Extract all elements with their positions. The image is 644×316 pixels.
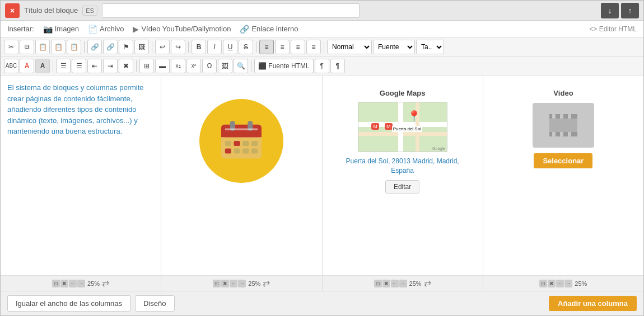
copy-btn[interactable]: ⧉ xyxy=(20,40,34,54)
separator-8 xyxy=(251,60,251,72)
video-placeholder xyxy=(533,103,594,148)
col4-percent: 25% xyxy=(575,280,587,287)
special-char-btn[interactable]: Ω xyxy=(202,59,217,73)
clear-format-btn[interactable]: ✖ xyxy=(119,59,133,73)
maps-address: Puerta del Sol, 28013 Madrid, Madrid, Es… xyxy=(336,157,469,176)
title-field-area: Título del bloque ES xyxy=(24,3,360,18)
design-button[interactable]: Diseño xyxy=(135,295,174,312)
unordered-list-btn[interactable]: ☰ xyxy=(56,59,71,73)
col4-icon-2[interactable]: ✖ xyxy=(548,280,556,287)
metro-icon-2: M xyxy=(385,123,393,130)
show-blocks-btn[interactable]: ¶ xyxy=(315,59,329,73)
col1-resize-handle[interactable]: ⇄ xyxy=(102,278,109,289)
calendar-circle xyxy=(199,99,283,183)
col4-icon-1[interactable]: ⊡ xyxy=(539,280,547,287)
unlink-btn[interactable]: 🔗 xyxy=(103,40,118,54)
find-btn[interactable]: 🔍 xyxy=(234,59,248,73)
hr-btn[interactable]: ▬ xyxy=(155,59,170,73)
col2-footer: ⊡ ✖ ← → 25% ⇄ xyxy=(161,275,321,291)
cut-btn[interactable]: ✂ xyxy=(4,40,18,54)
add-column-button[interactable]: Añadir una columna xyxy=(549,296,637,311)
select-video-button[interactable]: Seleccionar xyxy=(534,153,592,168)
col2-icon-1[interactable]: ⊡ xyxy=(213,280,221,287)
col2-content xyxy=(161,76,321,275)
superscript-btn[interactable]: x² xyxy=(186,59,201,73)
maps-image: 📍 M M Puerta del Sol Google xyxy=(358,102,447,152)
separator-7 xyxy=(136,60,137,72)
col3-icon-4[interactable]: → xyxy=(399,280,407,287)
image-btn[interactable]: 🖼 xyxy=(134,40,149,54)
strikethrough-btn[interactable]: S xyxy=(239,40,253,54)
subscript-btn[interactable]: x₂ xyxy=(171,59,185,73)
svg-rect-12 xyxy=(251,149,258,154)
col3-footer-icons: ⊡ ✖ ← → xyxy=(374,280,407,287)
size-select[interactable]: Ta... xyxy=(416,40,444,54)
indent-btn[interactable]: ⇥ xyxy=(103,59,118,73)
paste-text-btn[interactable]: 📋 xyxy=(51,40,66,54)
table-btn[interactable]: ⊞ xyxy=(139,59,154,73)
calendar-svg xyxy=(216,116,267,166)
paste-word-btn[interactable]: 📋 xyxy=(67,40,81,54)
svg-rect-9 xyxy=(225,149,231,154)
col3-resize-handle[interactable]: ⇄ xyxy=(424,278,431,289)
col1-icon-3[interactable]: ← xyxy=(69,280,77,287)
align-justify-btn[interactable]: ≡ xyxy=(306,40,321,54)
style-select[interactable]: Normal xyxy=(327,40,372,54)
map-label: Puerta del Sol xyxy=(392,126,422,132)
col1-icon-2[interactable]: ✖ xyxy=(60,280,68,287)
column-3: Google Maps 📍 M M Puerta del Sol Google xyxy=(323,76,483,291)
insert-video-label: Vídeo YouTube/Dailymotion xyxy=(141,25,231,33)
align-center-btn[interactable]: ≡ xyxy=(275,40,290,54)
col2-icon-2[interactable]: ✖ xyxy=(221,280,229,287)
bold-btn[interactable]: B xyxy=(192,40,206,54)
font-color-btn[interactable]: A xyxy=(20,59,34,73)
arrow-up-button[interactable]: ↑ xyxy=(621,3,639,18)
col4-icon-4[interactable]: → xyxy=(564,280,572,287)
svg-rect-8 xyxy=(251,141,258,146)
arrow-down-button[interactable]: ↓ xyxy=(601,3,619,18)
source-html-btn[interactable]: ⬛ Fuente HTML xyxy=(254,59,314,73)
edit-map-button[interactable]: Editar xyxy=(385,180,419,194)
link-btn[interactable]: 🔗 xyxy=(87,40,102,54)
font-select[interactable]: Fuente xyxy=(373,40,415,54)
col2-icon-4[interactable]: → xyxy=(238,280,246,287)
col2-resize-handle[interactable]: ⇄ xyxy=(263,278,270,289)
insert-video[interactable]: ▶ Vídeo YouTube/Dailymotion xyxy=(133,25,231,34)
col2-icon-3[interactable]: ← xyxy=(230,280,237,287)
align-right-btn[interactable]: ≡ xyxy=(291,40,305,54)
insert-image[interactable]: 📷 Imagen xyxy=(43,25,79,34)
embed-image-btn[interactable]: 🖼 xyxy=(218,59,232,73)
svg-rect-19 xyxy=(568,114,571,119)
anchor-btn[interactable]: ⚑ xyxy=(119,40,133,54)
insert-file[interactable]: 📄 Archivo xyxy=(88,25,124,34)
svg-rect-2 xyxy=(221,134,262,138)
svg-rect-7 xyxy=(243,141,249,146)
col1-icon-4[interactable]: → xyxy=(77,280,85,287)
col3-icon-3[interactable]: ← xyxy=(391,280,399,287)
editor-html-link[interactable]: <> Editor HTML xyxy=(589,25,637,33)
close-button[interactable]: × xyxy=(5,3,20,18)
show-invisible-btn[interactable]: ¶ xyxy=(330,59,345,73)
underline-btn[interactable]: U xyxy=(223,40,237,54)
italic-btn[interactable]: I xyxy=(207,40,222,54)
ordered-list-btn[interactable]: ☰ xyxy=(72,59,86,73)
bg-color-btn[interactable]: A xyxy=(35,59,50,73)
col3-icon-1[interactable]: ⊡ xyxy=(374,280,382,287)
col1-content[interactable]: El sistema de bloques y columnas permite… xyxy=(1,76,161,275)
undo-btn[interactable]: ↩ xyxy=(155,40,170,54)
align-left-btn[interactable]: ≡ xyxy=(259,40,274,54)
separator-1 xyxy=(84,41,85,53)
maps-title: Google Maps xyxy=(380,89,426,97)
col4-icon-3[interactable]: ← xyxy=(556,280,564,287)
content-area: El sistema de bloques y columnas permite… xyxy=(1,76,643,291)
col1-icon-1[interactable]: ⊡ xyxy=(52,280,60,287)
equalize-columns-button[interactable]: Igualar el ancho de las columnas xyxy=(7,295,130,312)
title-bar: × Título del bloque ES ↓ ↑ xyxy=(1,1,643,21)
insert-link[interactable]: 🔗 Enlace interno xyxy=(240,25,298,34)
outdent-btn[interactable]: ⇤ xyxy=(87,59,102,73)
paste-btn[interactable]: 📋 xyxy=(35,40,50,54)
col3-icon-2[interactable]: ✖ xyxy=(382,280,390,287)
spellcheck-btn[interactable]: ABC xyxy=(4,59,18,73)
redo-btn[interactable]: ↪ xyxy=(171,40,185,54)
title-input[interactable] xyxy=(102,3,360,18)
